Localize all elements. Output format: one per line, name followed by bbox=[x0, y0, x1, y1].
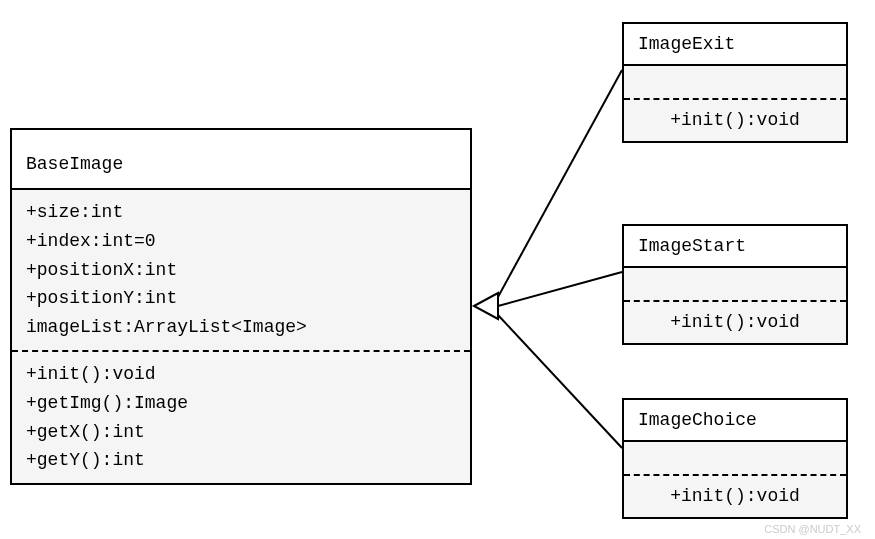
attributes-section-empty bbox=[624, 66, 846, 100]
class-name-label: BaseImage bbox=[26, 154, 123, 174]
uml-class-image-start: ImageStart +init():void bbox=[622, 224, 848, 345]
attribute: +positionY:int bbox=[26, 284, 456, 313]
class-title: ImageStart bbox=[624, 226, 846, 268]
method: +getImg():Image bbox=[26, 389, 456, 418]
attribute: +positionX:int bbox=[26, 256, 456, 285]
method: +init():void bbox=[634, 482, 836, 511]
attribute: imageList:ArrayList<Image> bbox=[26, 313, 456, 342]
method: +init():void bbox=[26, 360, 456, 389]
method: +init():void bbox=[634, 308, 836, 337]
class-name-label: ImageStart bbox=[638, 236, 746, 256]
uml-class-image-exit: ImageExit +init():void bbox=[622, 22, 848, 143]
method: +getY():int bbox=[26, 446, 456, 475]
uml-class-image-choice: ImageChoice +init():void bbox=[622, 398, 848, 519]
line-to-image-start bbox=[498, 272, 622, 306]
methods-section: +init():void bbox=[624, 302, 846, 343]
class-name-label: ImageChoice bbox=[638, 410, 757, 430]
attributes-section-empty bbox=[624, 268, 846, 302]
watermark-text: CSDN @NUDT_XX bbox=[764, 523, 861, 535]
method: +getX():int bbox=[26, 418, 456, 447]
class-title: BaseImage bbox=[12, 130, 470, 190]
attribute: +index:int=0 bbox=[26, 227, 456, 256]
line-to-image-exit bbox=[498, 70, 622, 297]
class-name-label: ImageExit bbox=[638, 34, 735, 54]
class-title: ImageExit bbox=[624, 24, 846, 66]
methods-section: +init():void +getImg():Image +getX():int… bbox=[12, 352, 470, 483]
inheritance-arrowhead bbox=[474, 293, 498, 319]
methods-section: +init():void bbox=[624, 476, 846, 517]
attributes-section: +size:int +index:int=0 +positionX:int +p… bbox=[12, 190, 470, 352]
attributes-section-empty bbox=[624, 442, 846, 476]
uml-class-base-image: BaseImage +size:int +index:int=0 +positi… bbox=[10, 128, 472, 485]
methods-section: +init():void bbox=[624, 100, 846, 141]
line-to-image-choice bbox=[498, 315, 622, 448]
class-title: ImageChoice bbox=[624, 400, 846, 442]
method: +init():void bbox=[634, 106, 836, 135]
attribute: +size:int bbox=[26, 198, 456, 227]
